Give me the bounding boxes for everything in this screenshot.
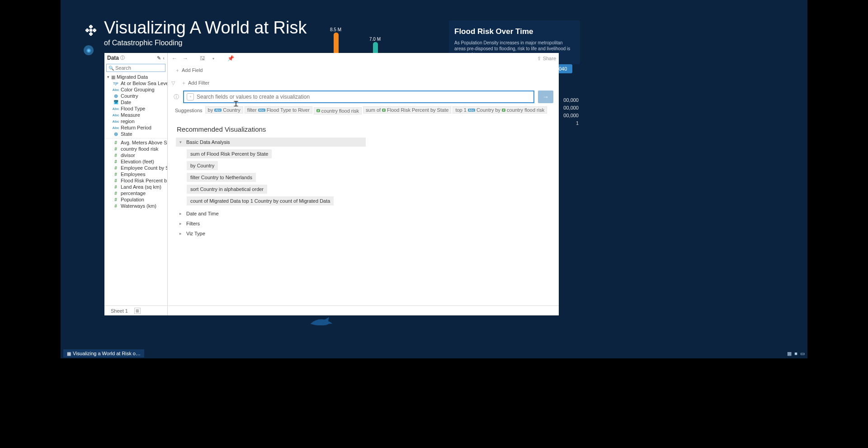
field-elevation-feet-[interactable]: Elevation (feet) <box>104 158 167 165</box>
num-field-icon <box>113 178 119 183</box>
rec-item[interactable]: sum of Flood Risk Percent by State <box>187 149 272 158</box>
rec-item[interactable]: by Country <box>187 161 218 170</box>
add-filter-row: ▽ ＋ Add Filter <box>168 76 559 89</box>
num-field-icon <box>113 146 119 152</box>
sheet-tab[interactable]: Sheet 1 <box>111 308 128 314</box>
share-label: Share <box>543 56 556 61</box>
bar-70m <box>373 42 378 53</box>
suggestions-label: Suggestions <box>175 108 203 113</box>
field-waterways-km-[interactable]: Waterways (km) <box>104 203 167 209</box>
add-field-label: Add Field <box>182 67 203 73</box>
field-label: Flood Type <box>121 106 145 111</box>
field-label: Employees <box>121 172 145 177</box>
taskbar: ▦ Visualizing a World at Risk o… ▦ ■ ▭ <box>61 348 807 358</box>
suggestion-chip[interactable]: top 1AbcCountry by#country flood risk <box>453 106 547 114</box>
add-field-row: ＋ Add Field <box>168 64 559 76</box>
recommendations-area: Recommended Visualizations ▾Basic Data A… <box>168 118 559 243</box>
suggestion-chip[interactable]: #country flood risk <box>314 107 362 114</box>
tray-present-icon[interactable]: ▭ <box>800 351 805 357</box>
save-dropdown-icon[interactable]: ▾ <box>209 54 217 62</box>
edit-icon[interactable]: ✎ <box>157 55 161 61</box>
submit-button[interactable]: → <box>538 91 553 103</box>
abc-field-icon <box>113 87 119 92</box>
field-label: Color Grouping <box>121 87 155 92</box>
rec-item[interactable]: filter Country to Netherlands <box>187 173 256 182</box>
field-label: Return Period <box>121 125 151 130</box>
num-field-icon <box>113 184 119 190</box>
shark-silhouette-icon <box>308 315 333 327</box>
main-area: ← → 🖫 ▾ 📌 ⇪ Share ＋ Add Field ▽ ＋ Add Fi… <box>168 53 559 315</box>
add-field-button[interactable]: ＋ Add Field <box>173 66 204 75</box>
field-return-period[interactable]: Return Period <box>104 124 167 131</box>
forward-button[interactable]: → <box>181 54 189 62</box>
suggestion-chip[interactable]: byAbcCountry <box>205 106 243 114</box>
num-field-icon <box>113 172 119 177</box>
field-percentage[interactable]: percentage <box>104 190 167 196</box>
rec-section-viz-type[interactable]: ▸Viz Type <box>176 229 551 238</box>
rec-item[interactable]: sort Country in alphabetical order <box>187 185 267 194</box>
rec-section-basic-data-analysis[interactable]: ▾Basic Data Analysis <box>176 138 366 147</box>
svg-rect-3 <box>89 33 93 35</box>
collapse-icon[interactable]: ‹ <box>163 55 165 61</box>
field-employees[interactable]: Employees <box>104 171 167 177</box>
tray-stop-icon[interactable]: ■ <box>794 351 797 356</box>
field-label: Country <box>121 93 138 99</box>
suggestion-chip[interactable]: filterAbcFlood Type to River <box>245 106 312 114</box>
info-icon[interactable]: ⓘ <box>120 55 125 61</box>
share-button[interactable]: ⇪ Share <box>537 56 556 62</box>
lens-icon: ⌖ <box>187 93 194 100</box>
nlq-search-row: ⓘ ⌖ → <box>168 89 559 105</box>
rec-section-date-and-time[interactable]: ▸Date and Time <box>176 209 551 218</box>
taskbar-tab[interactable]: ▦ Visualizing a World at Risk o… <box>63 349 144 357</box>
field-avg-meters-above-s-[interactable]: Avg. Meters Above S… <box>104 139 167 146</box>
save-button[interactable]: 🖫 <box>198 54 207 62</box>
num-tag-icon: # <box>502 109 505 112</box>
suggestion-chip[interactable]: sum of#Flood Risk Percent by State <box>363 106 451 114</box>
field-search-input[interactable] <box>115 65 163 71</box>
pin-button[interactable]: 📌 <box>226 54 235 62</box>
field-label: country flood risk <box>121 146 158 152</box>
field-label: Avg. Meters Above S… <box>121 140 167 145</box>
rec-item[interactable]: count of Migrated Data top 1 Country by … <box>187 196 334 205</box>
field-state[interactable]: State <box>104 131 167 137</box>
field-land-area-sq-km-[interactable]: Land Area (sq km) <box>104 184 167 190</box>
dashboard-subtitle: of Catastrophic Flooding <box>104 39 182 47</box>
field-country-flood-risk[interactable]: country flood risk <box>104 146 167 152</box>
field-flood-type[interactable]: Flood Type <box>104 105 167 112</box>
bar-label-70m: 7.0 M <box>369 37 381 42</box>
caret-icon: ▸ <box>179 211 182 216</box>
field-employee-count-by-s-[interactable]: Employee Count by S… <box>104 165 167 171</box>
add-filter-button[interactable]: ＋ Add Filter <box>179 79 211 87</box>
add-sheet-button[interactable]: ⊞ <box>134 308 141 314</box>
datasource-row[interactable]: ▾ ▦ Migrated Data <box>104 74 167 80</box>
nlq-search-box[interactable]: ⌖ <box>183 91 534 103</box>
geo-field-icon <box>113 131 119 137</box>
abc-tag-icon: Abc <box>468 109 475 112</box>
datasource-icon: ▦ <box>111 75 115 80</box>
field-population[interactable]: Population <box>104 196 167 203</box>
field-at-or-below-sea-level[interactable]: At or Below Sea Level <box>104 80 167 86</box>
sidebar-title: Data <box>107 55 119 61</box>
nlq-search-input[interactable] <box>197 94 531 100</box>
info-icon[interactable]: ⓘ <box>173 93 179 101</box>
num-field-icon <box>113 203 119 209</box>
field-color-grouping[interactable]: Color Grouping <box>104 86 167 93</box>
rec-section-filters[interactable]: ▸Filters <box>176 219 551 228</box>
num-field-icon <box>113 153 119 158</box>
authoring-panel: Data ⓘ ✎ ‹ 🔍 ▾ ▦ Migrated Data At or Bel… <box>104 53 559 315</box>
tray-grid-icon[interactable]: ▦ <box>787 351 792 357</box>
caret-icon: ▾ <box>106 75 110 79</box>
back-button[interactable]: ← <box>170 54 179 62</box>
share-icon: ⇪ <box>537 56 541 62</box>
filter-icon: ▽ <box>171 80 175 86</box>
field-date[interactable]: Date <box>104 99 167 105</box>
plus-icon: ＋ <box>175 67 180 74</box>
field-measure[interactable]: Measure <box>104 112 167 118</box>
field-region[interactable]: region <box>104 118 167 124</box>
field-flood-risk-percent-b-[interactable]: Flood Risk Percent b… <box>104 177 167 184</box>
field-divisor[interactable]: divisor <box>104 152 167 158</box>
num-field-icon <box>113 165 119 171</box>
num-tag-icon: # <box>382 109 386 112</box>
field-search[interactable]: 🔍 <box>106 64 165 72</box>
field-country[interactable]: Country <box>104 93 167 99</box>
